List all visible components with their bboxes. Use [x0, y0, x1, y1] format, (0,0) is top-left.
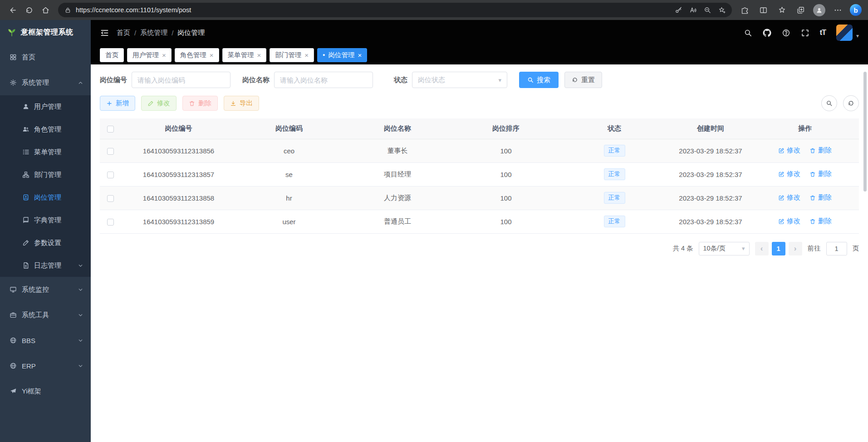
tab-close-icon[interactable]: ×: [162, 52, 166, 59]
sidebar-item-yi-framework[interactable]: Yi框架: [0, 378, 91, 404]
refresh-table-icon-button[interactable]: [843, 95, 859, 111]
bing-copilot-icon[interactable]: b: [850, 4, 862, 16]
sidebar-item-post-management[interactable]: 岗位管理: [0, 186, 91, 209]
reset-button[interactable]: 重置: [564, 72, 602, 88]
tab-close-icon[interactable]: ×: [304, 52, 309, 59]
sidebar-item-system-monitoring[interactable]: 系统监控: [0, 277, 91, 302]
sidebar-item-user-management[interactable]: 用户管理: [0, 95, 91, 118]
user-avatar-logo[interactable]: [836, 25, 853, 41]
help-question-icon[interactable]: [782, 29, 790, 37]
row-edit-link[interactable]: 修改: [778, 146, 800, 155]
export-button[interactable]: 导出: [224, 96, 259, 111]
sidebar-item-bbs[interactable]: BBS: [0, 328, 91, 353]
browser-home-button[interactable]: [37, 2, 54, 18]
edit-pencil-icon: [22, 239, 30, 246]
read-aloud-icon[interactable]: [686, 4, 700, 16]
split-screen-icon[interactable]: [755, 2, 771, 18]
row-edit-link[interactable]: 修改: [778, 217, 800, 226]
font-size-icon[interactable]: tT: [820, 29, 826, 37]
monitor-icon: [9, 286, 17, 293]
avatar-caret-down-icon[interactable]: ▾: [856, 33, 859, 41]
browser-refresh-button[interactable]: [21, 2, 37, 18]
tab-department-management[interactable]: 部门管理 ×: [270, 48, 314, 62]
sidebar-item-log-management[interactable]: 日志管理: [0, 254, 91, 277]
sidebar-item-department-management[interactable]: 部门管理: [0, 163, 91, 186]
sidebar-toggle-hamburger-icon[interactable]: [100, 28, 109, 38]
saved-password-key-icon[interactable]: [671, 4, 686, 16]
add-favorite-star-icon[interactable]: [715, 4, 729, 16]
current-page-button[interactable]: 1: [772, 242, 785, 255]
favorites-star-icon[interactable]: [774, 2, 790, 18]
add-button[interactable]: 新增: [100, 96, 135, 111]
browser-back-button[interactable]: [5, 2, 21, 18]
sidebar-item-label: 系统管理: [22, 79, 49, 87]
tab-close-icon[interactable]: ×: [257, 52, 261, 59]
breadcrumb-home[interactable]: 首页: [117, 29, 130, 37]
row-delete-link[interactable]: 删除: [809, 193, 832, 202]
post-name-input[interactable]: [274, 72, 373, 88]
tab-close-icon[interactable]: ×: [358, 52, 362, 59]
next-page-button[interactable]: ›: [789, 242, 802, 255]
page-size-select[interactable]: 10条/页 ▾: [699, 242, 750, 255]
tab-menu-management[interactable]: 菜单管理 ×: [222, 48, 267, 62]
row-delete-link[interactable]: 删除: [809, 217, 832, 226]
github-icon[interactable]: [763, 29, 771, 37]
cell-post-id: 1641030593112313856: [121, 139, 236, 162]
tab-close-icon[interactable]: ×: [210, 52, 214, 59]
table-header-row: 岗位编号 岗位编码 岗位名称 岗位排序 状态 创建时间 操作: [100, 118, 859, 139]
extensions-puzzle-icon[interactable]: [736, 2, 753, 18]
sidebar-item-home[interactable]: 首页: [0, 44, 91, 70]
sidebar-item-erp[interactable]: ERP: [0, 353, 91, 378]
edit-button[interactable]: 修改: [141, 96, 177, 111]
tab-role-management[interactable]: 角色管理 ×: [175, 48, 219, 62]
toolbox-icon: [9, 311, 17, 319]
tab-label: 部门管理: [275, 51, 301, 59]
browser-menu-ellipsis-icon[interactable]: [829, 2, 846, 18]
delete-button[interactable]: 删除: [182, 96, 218, 111]
tab-post-management[interactable]: ● 岗位管理 ×: [317, 48, 367, 62]
collections-icon[interactable]: [792, 2, 809, 18]
sidebar-item-menu-management[interactable]: 菜单管理: [0, 141, 91, 163]
breadcrumb-system[interactable]: 系统管理: [140, 29, 167, 37]
site-lock-icon[interactable]: [64, 7, 71, 14]
address-bar[interactable]: https://ccnetcore.com:1101/system/post: [58, 3, 732, 17]
status-select[interactable]: 岗位状态 ▾: [412, 72, 507, 88]
edit-icon: [778, 218, 785, 225]
vertical-scrollbar-thumb[interactable]: [863, 72, 867, 192]
select-all-checkbox[interactable]: [107, 126, 114, 133]
tab-home[interactable]: 首页: [100, 48, 124, 62]
header-search-icon[interactable]: [744, 29, 752, 37]
sidebar-item-system-management[interactable]: 系统管理: [0, 70, 91, 95]
sidebar-item-label: 字典管理: [34, 216, 61, 225]
row-edit-link[interactable]: 修改: [778, 170, 800, 178]
goto-page-input[interactable]: [826, 242, 847, 255]
table-tools: [821, 95, 859, 111]
row-delete-link[interactable]: 删除: [809, 170, 832, 178]
post-code-input[interactable]: [132, 72, 230, 88]
row-delete-link[interactable]: 删除: [809, 146, 832, 155]
search-button[interactable]: 搜索: [519, 72, 559, 88]
cell-post-name: 普通员工: [342, 210, 453, 233]
row-checkbox[interactable]: [107, 148, 114, 155]
fullscreen-icon[interactable]: [801, 29, 809, 37]
table-row: 1641030593112313856 ceo 董事长 100 正常 2023-…: [100, 139, 859, 162]
row-checkbox[interactable]: [107, 219, 114, 226]
sidebar-item-dictionary-management[interactable]: 字典管理: [0, 209, 91, 231]
tab-user-management[interactable]: 用户管理 ×: [127, 48, 172, 62]
sidebar-item-parameter-settings[interactable]: 参数设置: [0, 231, 91, 254]
row-checkbox[interactable]: [107, 195, 114, 202]
row-checkbox[interactable]: [107, 172, 114, 178]
prev-page-button[interactable]: ‹: [755, 242, 769, 255]
back-arrow-icon: [9, 6, 17, 15]
zoom-out-icon[interactable]: [700, 4, 715, 16]
toggle-search-icon-button[interactable]: [821, 95, 837, 111]
edit-icon: [778, 195, 785, 201]
url-text[interactable]: https://ccnetcore.com:1101/system/post: [76, 6, 671, 14]
column-post-id: 岗位编号: [121, 118, 236, 139]
tags-view-bar: 首页 用户管理 × 角色管理 × 菜单管理 × 部门管理 ×: [91, 45, 868, 64]
sidebar-item-system-tools[interactable]: 系统工具: [0, 302, 91, 328]
cell-post-id: 1641030593112313857: [121, 162, 236, 186]
row-edit-link[interactable]: 修改: [778, 193, 800, 202]
sidebar-item-role-management[interactable]: 角色管理: [0, 118, 91, 141]
profile-avatar[interactable]: [811, 2, 827, 18]
